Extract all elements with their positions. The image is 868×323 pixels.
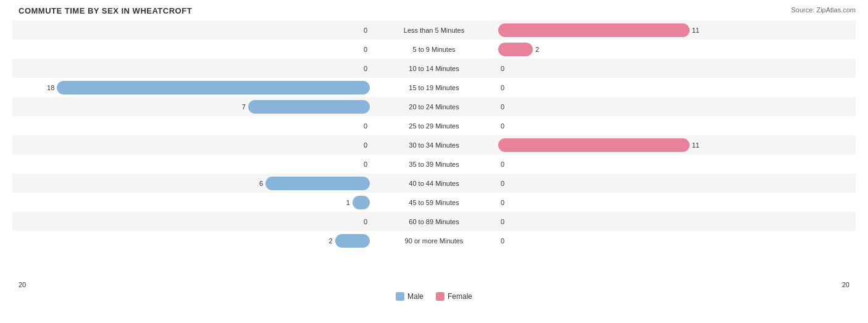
bar-label: 45 to 59 Minutes <box>372 199 496 206</box>
value-female-zero: 0 <box>501 180 504 187</box>
value-male: 7 <box>242 103 246 111</box>
bar-male <box>335 234 370 248</box>
legend-female-box <box>436 292 444 301</box>
table-row: 45 to 59 Minutes10 <box>12 193 856 212</box>
bar-label: 20 to 24 Minutes <box>372 103 496 111</box>
legend-male-label: Male <box>407 292 424 301</box>
legend-female: Female <box>436 292 472 301</box>
bar-label: 15 to 19 Minutes <box>372 84 496 91</box>
source-label: Source: ZipAtlas.com <box>791 6 856 14</box>
legend-female-label: Female <box>448 292 472 301</box>
table-row: 15 to 19 Minutes180 <box>12 78 856 97</box>
value-female-zero: 0 <box>501 237 504 245</box>
value-male-zero: 0 <box>364 122 367 130</box>
bar-male <box>265 177 370 190</box>
table-row: 10 to 14 Minutes00 <box>12 59 856 78</box>
value-female-zero: 0 <box>501 122 504 130</box>
value-male-zero: 0 <box>364 46 367 53</box>
table-row: Less than 5 Minutes011 <box>12 20 856 40</box>
bar-label: 60 to 89 Minutes <box>372 218 496 225</box>
legend-male-box <box>396 292 404 301</box>
value-female-zero: 0 <box>501 84 504 91</box>
value-male: 2 <box>329 237 333 245</box>
bar-female <box>498 43 533 56</box>
value-female-zero: 0 <box>501 161 504 168</box>
table-row: 30 to 34 Minutes011 <box>12 135 856 154</box>
bar-label: 10 to 14 Minutes <box>372 65 496 72</box>
table-row: 20 to 24 Minutes70 <box>12 97 856 116</box>
table-row: 60 to 89 Minutes00 <box>12 212 856 231</box>
bar-label: Less than 5 Minutes <box>372 27 496 34</box>
value-female-zero: 0 <box>501 218 504 225</box>
table-row: 90 or more Minutes20 <box>12 231 856 250</box>
bar-label: 30 to 34 Minutes <box>372 141 496 149</box>
legend: Male Female <box>12 292 856 301</box>
bar-female <box>498 23 690 37</box>
axis-left: 20 <box>19 281 26 288</box>
value-male-zero: 0 <box>364 65 367 72</box>
value-female-zero: 0 <box>501 199 504 206</box>
bar-male <box>353 196 370 209</box>
bar-label: 35 to 39 Minutes <box>372 161 496 168</box>
legend-male: Male <box>396 292 424 301</box>
table-row: 25 to 29 Minutes00 <box>12 116 856 135</box>
bar-female <box>498 138 690 152</box>
value-male: 18 <box>47 84 54 91</box>
chart-container: COMMUTE TIME BY SEX IN WHEATCROFT Source… <box>0 0 868 323</box>
value-female: 11 <box>692 27 699 34</box>
chart-title: COMMUTE TIME BY SEX IN WHEATCROFT <box>12 6 856 15</box>
table-row: 35 to 39 Minutes00 <box>12 154 856 174</box>
value-female: 11 <box>692 141 699 149</box>
value-female: 2 <box>535 46 539 53</box>
value-female-zero: 0 <box>501 65 504 72</box>
value-female-zero: 0 <box>501 103 504 111</box>
bar-label: 90 or more Minutes <box>372 237 496 245</box>
bar-label: 25 to 29 Minutes <box>372 122 496 130</box>
value-male-zero: 0 <box>364 27 367 34</box>
chart-area: Less than 5 Minutes0115 to 9 Minutes0210… <box>12 20 856 280</box>
value-male-zero: 0 <box>364 141 367 149</box>
bar-label: 40 to 44 Minutes <box>372 180 496 187</box>
bar-male <box>248 100 370 114</box>
table-row: 40 to 44 Minutes60 <box>12 174 856 193</box>
axis-right: 20 <box>842 281 849 288</box>
value-male: 1 <box>346 199 350 206</box>
bar-male <box>57 81 370 94</box>
value-male-zero: 0 <box>364 218 367 225</box>
bar-label: 5 to 9 Minutes <box>372 46 496 53</box>
table-row: 5 to 9 Minutes02 <box>12 40 856 59</box>
value-male-zero: 0 <box>364 161 367 168</box>
axis-labels: 20 20 <box>12 281 856 288</box>
value-male: 6 <box>259 180 263 187</box>
